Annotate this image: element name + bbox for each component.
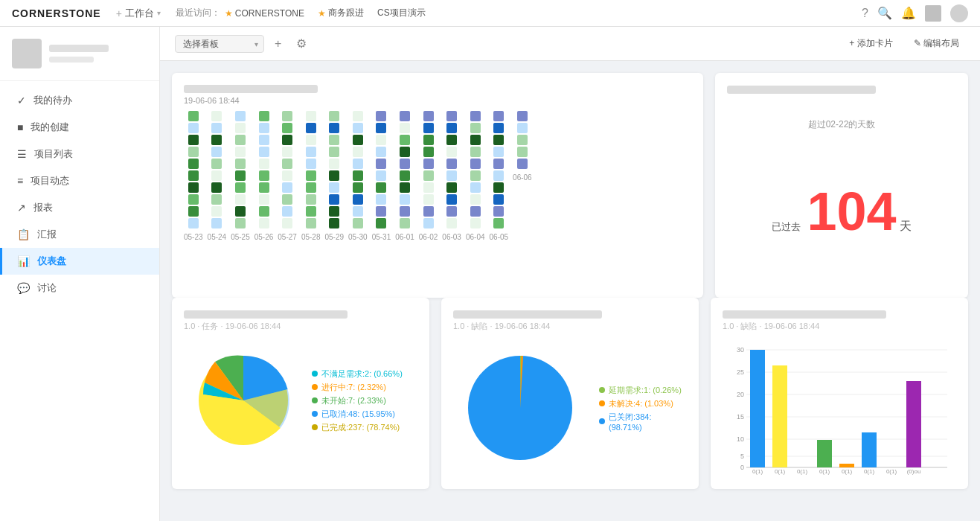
sidebar-item-label: 仪表盘 xyxy=(37,255,66,268)
card5-title xyxy=(723,310,886,319)
heatmap-cell xyxy=(423,218,434,228)
heatmap-column: 06-01 xyxy=(395,111,414,241)
add-card-button[interactable]: + 添加卡片 xyxy=(843,34,898,53)
sidebar-item-project-updates[interactable]: ≡ 项目动态 xyxy=(0,167,159,194)
heatmap-cell xyxy=(306,159,316,169)
heatmap-cell xyxy=(470,218,481,228)
heatmap-cell xyxy=(259,147,269,157)
heatmap-date-label: 05-24 xyxy=(208,233,227,241)
pie2-svg xyxy=(453,341,587,475)
svg-text:0(1): 0(1) xyxy=(752,468,763,475)
sidebar-item-my-created[interactable]: ■ 我的创建 xyxy=(0,114,159,141)
legend-item: 已取消:48: (15.95%) xyxy=(312,409,417,420)
recent-item-1[interactable]: ★CORNERSTONE xyxy=(225,8,309,19)
heatmap-cell xyxy=(353,135,363,145)
heatmap-cell xyxy=(306,206,316,217)
legend-item: 已完成:237: (78.74%) xyxy=(312,422,417,433)
sidebar-item-label: 报表 xyxy=(33,201,53,214)
legend-dot xyxy=(312,384,318,390)
heatmap-date-label: 05-27 xyxy=(278,233,297,241)
heatmap-column: 06-05 xyxy=(490,111,509,241)
heatmap-cell xyxy=(446,182,457,193)
recent-item-2[interactable]: ★商务跟进 xyxy=(318,7,368,19)
notification-icon[interactable]: 🔔 xyxy=(901,6,916,20)
heatmap-cell xyxy=(282,147,292,157)
plus-icon: + xyxy=(116,7,122,19)
heatmap-cell xyxy=(259,218,269,228)
grid-icon[interactable] xyxy=(925,5,941,22)
chevron-down-icon: ▾ xyxy=(157,9,161,17)
feed-icon: ≡ xyxy=(17,175,23,187)
add-card-label: + 添加卡片 xyxy=(849,37,892,50)
heatmap-cell xyxy=(470,135,481,145)
heatmap-cell xyxy=(235,159,246,169)
heatmap-cell xyxy=(353,170,363,181)
heatmap-cell xyxy=(188,218,199,228)
bottom-cards-row: 1.0 · 任务 · 19-06-06 18:44 xyxy=(160,298,980,501)
recent-label: 最近访问： xyxy=(176,7,220,19)
svg-text:0(1): 0(1) xyxy=(819,468,830,475)
heatmap-column: 05-26 xyxy=(254,111,274,241)
heatmap-cell xyxy=(282,194,292,205)
legend-label: 未解决:4: (1.03%) xyxy=(609,398,673,409)
sidebar-item-my-todo[interactable]: ✓ 我的待办 xyxy=(0,87,159,114)
sidebar-item-label: 项目动态 xyxy=(31,174,69,188)
sidebar-item-dashboard[interactable]: 📊 仪表盘 xyxy=(0,248,159,275)
legend-dot xyxy=(312,397,318,403)
edit-layout-button[interactable]: ✎ 编辑布局 xyxy=(908,34,965,53)
heatmap-cell xyxy=(376,218,386,228)
heatmap-cell xyxy=(423,194,434,205)
card5-subtitle: 1.0 · 缺陷 · 19-06-06 18:44 xyxy=(723,321,956,332)
workbench-nav[interactable]: + 工作台 ▾ xyxy=(116,7,161,20)
heatmap-date-label: 06-05 xyxy=(490,233,509,241)
heatmap-cell xyxy=(282,159,292,169)
sidebar-item-label: 我的待办 xyxy=(33,94,72,107)
heatmap-cell xyxy=(211,194,222,205)
sidebar-item-project-list[interactable]: ☰ 项目列表 xyxy=(0,141,159,167)
sidebar-item-discuss[interactable]: 💬 讨论 xyxy=(0,275,159,301)
search-icon[interactable]: 🔍 xyxy=(877,6,892,20)
board-select[interactable]: 选择看板 xyxy=(175,35,264,53)
add-board-button[interactable]: + xyxy=(270,36,286,52)
avatar[interactable] xyxy=(950,4,968,22)
heatmap-date-label: 05-26 xyxy=(254,233,274,241)
heatmap-cell xyxy=(259,111,269,121)
help-icon[interactable]: ? xyxy=(862,7,868,20)
heatmap-cell xyxy=(470,182,481,193)
heatmap-cell xyxy=(400,123,410,133)
recent-item-3[interactable]: CS项目演示 xyxy=(377,7,430,19)
heatmap-cell xyxy=(259,123,269,133)
heatmap-cell xyxy=(517,135,528,145)
heatmap-cell xyxy=(423,123,434,133)
heatmap-cell xyxy=(329,111,339,121)
card2-header xyxy=(727,85,956,96)
heatmap-date-label: 05-30 xyxy=(348,233,368,241)
heatmap-cell xyxy=(400,159,410,169)
pie1-content: 不满足需求:2: (0.66%) 进行中:7: (2.32%) 未开始:7: (… xyxy=(184,341,417,462)
heatmap-cell xyxy=(493,182,504,193)
settings-button[interactable]: ⚙ xyxy=(292,35,311,52)
svg-text:(0)ou: (0)ou xyxy=(907,468,921,475)
heatmap-cell xyxy=(188,111,199,121)
heatmap-cell xyxy=(470,147,481,157)
heatmap-column: 06-03 xyxy=(442,111,461,241)
card3-title xyxy=(184,310,348,319)
profile-role xyxy=(49,57,94,63)
heatmap-cell xyxy=(235,147,246,157)
heatmap-grid: 05-2305-2405-2505-2605-2705-2805-2905-30… xyxy=(184,111,691,244)
heatmap-cell xyxy=(446,170,457,181)
heatmap-column: 06-06 xyxy=(513,111,532,241)
sidebar-item-reports[interactable]: ↗ 报表 xyxy=(0,194,159,221)
legend-dot xyxy=(312,411,318,417)
heatmap-cell xyxy=(376,206,386,217)
heatmap-date-label: 05-31 xyxy=(372,233,391,241)
card4-subtitle: 1.0 · 缺陷 · 19-06-06 18:44 xyxy=(453,321,687,332)
svg-text:0(1): 0(1) xyxy=(775,468,786,475)
main-content: 选择看板 + ⚙ + 添加卡片 ✎ 编辑布局 xyxy=(160,27,980,521)
heatmap-cell xyxy=(282,206,292,217)
logo: CORNERSTONE xyxy=(12,7,101,19)
heatmap-cell xyxy=(353,159,363,169)
sidebar-profile xyxy=(0,27,159,81)
heatmap-cell xyxy=(423,111,434,121)
sidebar-item-summary[interactable]: 📋 汇报 xyxy=(0,221,159,248)
